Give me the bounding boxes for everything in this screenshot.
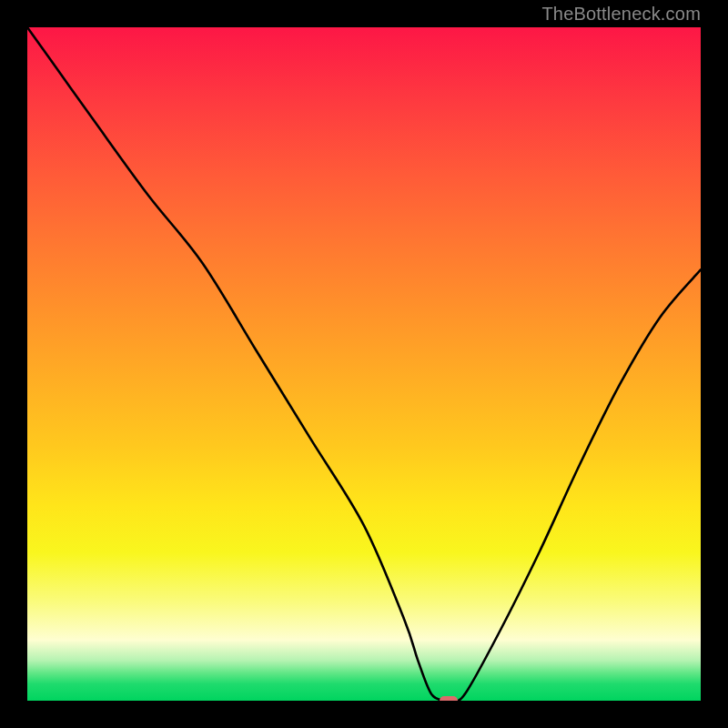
plot-area xyxy=(27,27,701,701)
chart-frame: TheBottleneck.com xyxy=(0,0,728,728)
optimal-marker xyxy=(440,696,458,701)
watermark-text: TheBottleneck.com xyxy=(541,4,701,25)
bottleneck-curve xyxy=(27,27,701,701)
